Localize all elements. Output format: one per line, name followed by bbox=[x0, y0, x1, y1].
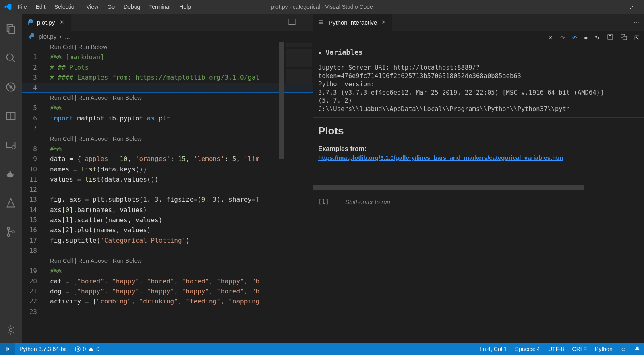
close-output-icon[interactable]: ✕ bbox=[548, 35, 553, 41]
svg-point-10 bbox=[7, 234, 10, 236]
svg-rect-2 bbox=[9, 26, 14, 34]
status-feedback-icon[interactable]: ☺ bbox=[617, 346, 630, 352]
menu-edit[interactable]: Edit bbox=[32, 1, 50, 12]
menu-bar: File Edit Selection View Go Debug Termin… bbox=[14, 1, 195, 12]
status-bell-icon[interactable] bbox=[630, 346, 644, 351]
menu-go[interactable]: Go bbox=[103, 1, 119, 12]
codelens-cell4[interactable]: Run Cell | Run Above | Run Below bbox=[50, 256, 313, 266]
variables-label: Variables bbox=[325, 48, 362, 56]
title-bar: File Edit Selection View Go Debug Termin… bbox=[0, 0, 644, 14]
menu-terminal[interactable]: Terminal bbox=[145, 1, 174, 12]
remote-icon[interactable] bbox=[0, 135, 22, 155]
chevron-right-icon: ▸ bbox=[318, 48, 322, 56]
menu-help[interactable]: Help bbox=[175, 1, 195, 12]
status-spaces[interactable]: Spaces: 4 bbox=[511, 346, 544, 352]
search-icon[interactable] bbox=[0, 48, 22, 68]
codelens-cell2[interactable]: Run Cell | Run Above | Run Below bbox=[50, 93, 313, 103]
docker-icon[interactable] bbox=[0, 164, 22, 184]
menu-debug[interactable]: Debug bbox=[120, 1, 144, 12]
status-eol[interactable]: CRLF bbox=[568, 346, 591, 352]
svg-point-12 bbox=[10, 329, 12, 332]
breadcrumb-more: ... bbox=[65, 33, 70, 40]
status-lncol[interactable]: Ln 4, Col 1 bbox=[476, 346, 511, 352]
breadcrumb-file: plot.py bbox=[39, 33, 56, 40]
menu-view[interactable]: View bbox=[82, 1, 102, 12]
status-python[interactable]: Python 3.7.3 64-bit bbox=[15, 343, 71, 355]
tab-label: plot.py bbox=[37, 19, 55, 26]
svg-point-5 bbox=[10, 86, 12, 89]
status-lang[interactable]: Python bbox=[591, 346, 617, 352]
interactive-tab-bar: Python Interactive ✕ ⋯ bbox=[313, 14, 644, 31]
remote-indicator[interactable] bbox=[0, 343, 15, 355]
python-icon bbox=[29, 33, 35, 39]
stop-icon[interactable]: ■ bbox=[584, 35, 588, 41]
status-problems[interactable]: 0 0 bbox=[71, 343, 104, 355]
input-prompt[interactable]: [1] Shift-enter to run bbox=[313, 190, 644, 213]
md-subheading: Examples from: bbox=[318, 145, 638, 153]
tab-close-icon[interactable]: ✕ bbox=[381, 19, 386, 26]
svg-rect-0 bbox=[612, 5, 616, 9]
interactive-pane: Python Interactive ✕ ⋯ ✕ ↷ ↶ ■ ↻ ⇱ ▸ Var… bbox=[313, 14, 644, 343]
tab-python-interactive[interactable]: Python Interactive ✕ bbox=[313, 14, 392, 31]
vscode-logo bbox=[2, 3, 14, 11]
redo-icon[interactable]: ↷ bbox=[560, 35, 565, 41]
explorer-icon[interactable] bbox=[0, 19, 22, 39]
editor-pane: plot.py ✕ ⋯ plot.py › ... bbox=[22, 14, 313, 343]
prompt-index: [1] bbox=[318, 198, 329, 205]
code-content[interactable]: Run Cell | Run Below #%% [markdown] # ##… bbox=[50, 42, 313, 307]
svg-point-9 bbox=[7, 227, 10, 230]
breadcrumb[interactable]: plot.py › ... bbox=[22, 31, 313, 42]
breadcrumb-sep: › bbox=[60, 33, 62, 40]
menu-selection[interactable]: Selection bbox=[50, 1, 82, 12]
editor-tab-bar: plot.py ✕ ⋯ bbox=[22, 14, 313, 31]
settings-icon[interactable] bbox=[0, 320, 22, 340]
restart-icon[interactable]: ↻ bbox=[595, 35, 600, 41]
expand-icon[interactable] bbox=[621, 34, 627, 41]
kernel-output: Jupyter Server URI: http://localhost:888… bbox=[313, 60, 644, 118]
maximize-button[interactable] bbox=[605, 0, 623, 14]
list-icon bbox=[318, 19, 325, 25]
code-editor[interactable]: 1 2 3 4 5 6 7 8 9 10 11 12 13 14 15 bbox=[22, 42, 313, 343]
interactive-toolbar: ✕ ↷ ↶ ■ ↻ ⇱ bbox=[313, 31, 644, 45]
window-controls bbox=[586, 0, 642, 14]
svg-point-13 bbox=[29, 20, 30, 21]
md-link[interactable]: https://matplotlib.org/3.1.0/gallery/lin… bbox=[318, 154, 563, 161]
markdown-output: Plots Examples from: https://matplotlib.… bbox=[313, 118, 644, 185]
more-actions-icon[interactable]: ⋯ bbox=[634, 19, 644, 25]
md-heading-plots: Plots bbox=[318, 125, 638, 137]
more-actions-icon[interactable]: ⋯ bbox=[301, 19, 307, 25]
layout-icon[interactable] bbox=[0, 106, 22, 126]
prompt-hint: Shift-enter to run bbox=[345, 198, 390, 205]
interactive-tab-label: Python Interactive bbox=[329, 19, 377, 26]
debug-icon[interactable] bbox=[0, 77, 22, 97]
status-bar: Python 3.7.3 64-bit 0 0 Ln 4, Col 1 Spac… bbox=[0, 343, 644, 355]
variables-section[interactable]: ▸ Variables bbox=[313, 45, 644, 60]
source-control-icon[interactable] bbox=[0, 222, 22, 241]
azure-icon[interactable] bbox=[0, 193, 22, 213]
horizontal-scrollbar[interactable] bbox=[313, 185, 644, 190]
window-title: plot.py - categorical - Visual Studio Co… bbox=[271, 4, 373, 10]
popout-icon[interactable]: ⇱ bbox=[634, 35, 639, 41]
svg-point-8 bbox=[12, 146, 15, 149]
save-icon[interactable] bbox=[607, 34, 613, 41]
close-button[interactable] bbox=[623, 0, 642, 14]
tab-plot-py[interactable]: plot.py ✕ bbox=[22, 14, 71, 31]
editor-actions: ⋯ bbox=[288, 14, 313, 31]
svg-rect-16 bbox=[609, 35, 611, 36]
codelens-cell1[interactable]: Run Cell | Run Below bbox=[50, 42, 313, 52]
menu-file[interactable]: File bbox=[14, 1, 31, 12]
svg-point-3 bbox=[7, 54, 13, 60]
error-icon bbox=[75, 346, 81, 352]
split-editor-icon[interactable] bbox=[288, 18, 296, 27]
svg-point-11 bbox=[12, 231, 14, 233]
warning-icon bbox=[88, 346, 94, 352]
minimize-button[interactable] bbox=[586, 0, 605, 14]
python-icon bbox=[27, 19, 34, 25]
undo-icon[interactable]: ↶ bbox=[572, 35, 577, 41]
line-gutter: 1 2 3 4 5 6 7 8 9 10 11 12 13 14 15 bbox=[22, 42, 45, 317]
codelens-cell3[interactable]: Run Cell | Run Above | Run Below bbox=[50, 134, 313, 144]
activity-bar bbox=[0, 14, 22, 343]
svg-rect-18 bbox=[623, 36, 627, 40]
status-encoding[interactable]: UTF-8 bbox=[544, 346, 568, 352]
tab-close-icon[interactable]: ✕ bbox=[58, 19, 65, 26]
